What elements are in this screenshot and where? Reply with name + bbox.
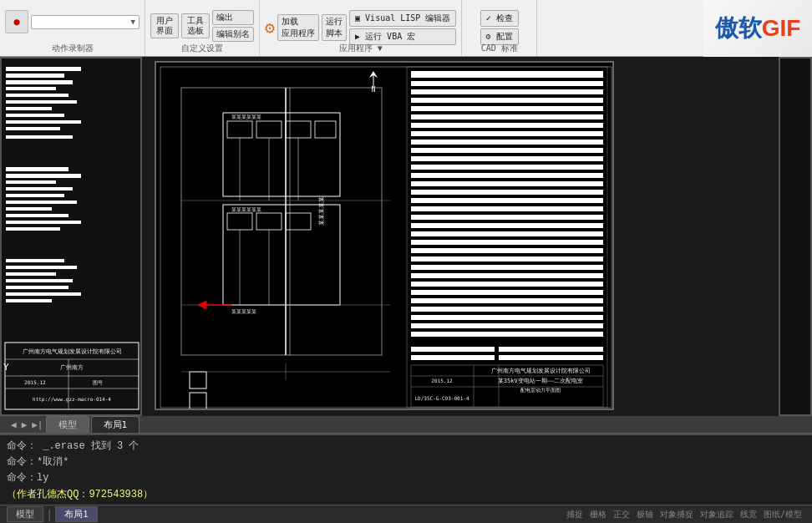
svg-rect-47 [411, 123, 603, 128]
svg-text:图号: 图号 [93, 379, 103, 385]
custom-settings-label: 自定义设置 [145, 43, 259, 54]
grid-btn[interactable]: 栅格 [586, 509, 610, 520]
output-btn[interactable]: 编出 [212, 10, 254, 25]
svg-rect-76 [499, 355, 603, 360]
cad-standard-label: CAD 标准 [462, 43, 536, 54]
svg-rect-43 [411, 89, 603, 94]
svg-rect-49 [411, 140, 603, 145]
paperspace-btn[interactable]: 图纸/模型 [760, 509, 805, 520]
svg-rect-51 [411, 156, 603, 161]
left-panel-svg: 广州南方电气规划发展设计院有限公司 广州南方 2015.12 图号 http:/… [2, 58, 142, 416]
svg-rect-13 [6, 180, 56, 184]
tab-model[interactable]: 模型 [46, 416, 89, 433]
visual-lisp-btn[interactable]: ▣ Visual LISP 编辑器 [349, 10, 456, 27]
logo-text: 傲软GIF [715, 13, 801, 44]
svg-text:某35kV变电站一期——二次配电室: 某35kV变电站一期——二次配电室 [498, 378, 583, 384]
svg-rect-64 [411, 265, 603, 270]
section-app-programs: ⚙ 加载应用程序 运行脚本 ▣ Visual LISP 编辑器 ▶ 运行 VBA… [260, 0, 462, 56]
tab-prev-btn[interactable]: ◀ [8, 419, 19, 430]
model-tab-btn[interactable]: 模型 [7, 506, 43, 522]
tab-layout1[interactable]: 布局1 [91, 416, 140, 433]
svg-rect-67 [411, 290, 603, 295]
svg-rect-119 [780, 58, 812, 416]
svg-rect-24 [6, 279, 73, 282]
svg-rect-73 [411, 347, 495, 352]
svg-rect-54 [411, 181, 603, 186]
record-button[interactable]: ● [5, 10, 28, 33]
svg-rect-66 [411, 282, 603, 287]
svg-rect-14 [6, 187, 73, 190]
svg-text:2015.12: 2015.12 [431, 378, 453, 383]
y-coord-label: Y [3, 362, 9, 373]
svg-rect-1 [6, 74, 64, 78]
macro-dropdown-arrow: ▼ [131, 18, 135, 26]
svg-rect-72 [411, 332, 603, 337]
action-recorder-label: 动作录制器 [0, 43, 145, 54]
svg-rect-50 [411, 148, 603, 153]
run-script-btn[interactable]: 运行脚本 [322, 14, 347, 41]
logo-area: 傲软GIF [703, 0, 812, 57]
svg-text:某某某某某某: 某某某某某某 [231, 206, 261, 212]
svg-rect-52 [411, 165, 603, 170]
snap-btn[interactable]: 捕捉 [563, 509, 586, 520]
svg-text:LD/35C-G-C03-001-4: LD/35C-G-C03-001-4 [414, 395, 469, 401]
svg-text:http://www.gzz-macro-014-4: http://www.gzz-macro-014-4 [33, 396, 111, 403]
svg-rect-10 [6, 135, 73, 139]
svg-rect-63 [411, 256, 603, 262]
svg-rect-45 [411, 106, 603, 111]
svg-rect-60 [411, 231, 603, 236]
edit-alias-btn[interactable]: 编辑别名 [212, 27, 254, 42]
tab-next-btn[interactable]: ▶ [19, 419, 30, 430]
svg-rect-23 [6, 272, 56, 276]
svg-rect-53 [411, 173, 603, 178]
svg-rect-61 [411, 240, 603, 245]
load-app-btn[interactable]: 加载应用程序 [277, 14, 319, 41]
svg-rect-3 [6, 87, 56, 90]
svg-text:广州南方电气规划发展设计院有限公司: 广州南方电气规划发展设计院有限公司 [491, 368, 591, 374]
lineweight-btn[interactable]: 线宽 [737, 509, 760, 520]
svg-rect-46 [411, 114, 603, 119]
osnap-btn[interactable]: 对象捕捉 [657, 509, 697, 520]
svg-rect-41 [411, 71, 603, 78]
svg-rect-20 [6, 227, 60, 231]
svg-rect-56 [411, 198, 603, 203]
svg-rect-68 [411, 298, 603, 303]
svg-rect-18 [6, 214, 69, 217]
svg-rect-62 [411, 248, 603, 253]
macro-select[interactable]: ActMacro001 ▼ [31, 15, 140, 29]
tools-panel-btn[interactable]: 工具选板 [181, 13, 210, 38]
svg-text:2015.12: 2015.12 [24, 379, 46, 385]
svg-rect-48 [411, 131, 603, 136]
svg-rect-69 [411, 307, 603, 312]
status-bar: 模型 | 布局1 捕捉 栅格 正交 极轴 对象捕捉 对象追踪 线宽 图纸/模型 [0, 505, 812, 523]
macro-name: ActMacro001 [35, 17, 96, 28]
otrack-btn[interactable]: 对象追踪 [697, 509, 737, 520]
section-custom-settings: 用户界面 工具选板 编出 编辑别名 自定义设置 [145, 0, 260, 56]
svg-rect-65 [411, 273, 603, 278]
svg-rect-58 [411, 215, 603, 220]
user-interface-btn[interactable]: 用户界面 [150, 13, 179, 38]
status-sep-1: | [43, 508, 55, 521]
svg-rect-12 [6, 174, 81, 178]
svg-rect-5 [6, 100, 77, 104]
section-action-recorder: ● ActMacro001 ▼ 动作录制器 [0, 0, 145, 56]
svg-rect-75 [411, 355, 495, 360]
ortho-btn[interactable]: 正交 [610, 509, 633, 520]
svg-text:广州南方电气规划发展设计院有限公司: 广州南方电气规划发展设计院有限公司 [23, 348, 122, 355]
svg-rect-74 [499, 347, 603, 352]
svg-rect-17 [6, 207, 52, 211]
center-panel[interactable]: 广州南方电气规划发展设计院有限公司 某35kV变电站一期——二次配电室 配电室动… [155, 61, 614, 410]
polar-btn[interactable]: 极轴 [633, 509, 657, 520]
layout1-tab-btn[interactable]: 布局1 [55, 506, 97, 522]
svg-rect-26 [6, 292, 81, 296]
tab-end-btn[interactable]: ▶| [29, 419, 45, 430]
svg-rect-16 [6, 201, 77, 204]
cmd-line-2: 命令：*取消* [7, 454, 805, 470]
command-area[interactable]: 命令： _.erase 找到 3 个 命令：*取消* 命令：ly （作者孔德杰Q… [0, 434, 812, 505]
section-cad-standard: ✓ 检查 ⚙ 配置 CAD 标准 [462, 0, 537, 56]
check-btn[interactable]: ✓ 检查 [480, 10, 519, 27]
svg-rect-25 [6, 286, 69, 289]
svg-rect-21 [6, 259, 64, 262]
svg-rect-19 [6, 221, 81, 224]
svg-rect-2 [6, 80, 73, 84]
